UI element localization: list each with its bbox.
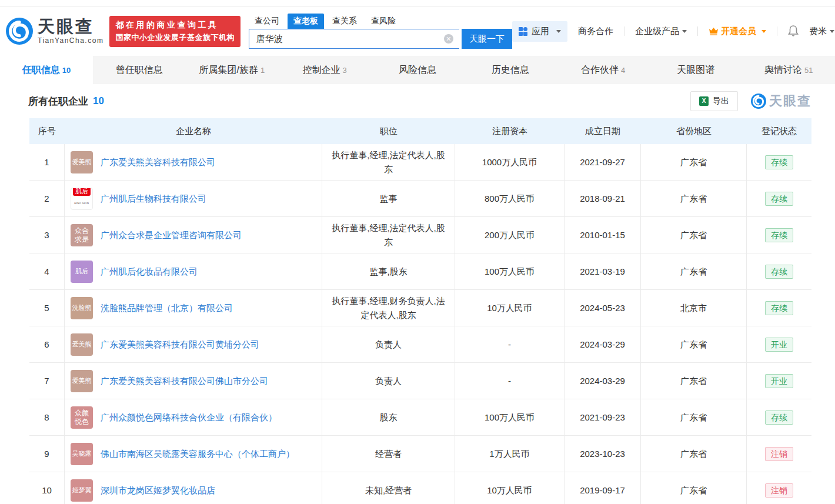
brand-domain: TianYanCha.com <box>38 36 103 45</box>
company-link[interactable]: 深圳市龙岗区姬梦翼化妆品店 <box>101 484 215 497</box>
column-header-注册资本: 注册资本 <box>455 126 565 137</box>
established-date-cell: 2021-09-27 <box>565 144 641 180</box>
divider <box>624 26 624 36</box>
province-cell: 广东省 <box>641 472 747 504</box>
status-cell: 注销 <box>747 436 811 472</box>
table-row: 8众颜悦色广州众颜悦色网络科技合伙企业（有限合伙）股东100万人民币2021-0… <box>29 399 811 436</box>
status-badge: 开业 <box>765 374 793 388</box>
search-button[interactable]: 天眼一下 <box>462 29 512 49</box>
established-date-cell: 2018-09-21 <box>565 181 641 216</box>
clear-search-icon[interactable]: ✕ <box>444 34 453 44</box>
capital-cell: 800万人民币 <box>455 181 565 216</box>
status-cell: 存续 <box>747 181 811 216</box>
tab-历史信息[interactable]: 历史信息 <box>464 56 557 84</box>
section-count: 10 <box>93 95 104 107</box>
user-menu[interactable]: 费米 <box>809 26 834 37</box>
tab-控制企业[interactable]: 控制企业3 <box>278 56 371 84</box>
position-cell: 未知,经营者 <box>322 472 455 504</box>
company-link[interactable]: 广州众合求是企业管理咨询有限公司 <box>101 229 242 242</box>
position-cell: 执行董事,经理,法定代表人,股东 <box>322 217 455 253</box>
crown-icon <box>709 27 719 35</box>
section-header: 所有任职企业 10 X 导出 天眼查 <box>0 84 835 118</box>
status-cell: 存续 <box>747 399 811 435</box>
nav-cooperation-link[interactable]: 商务合作 <box>578 26 613 37</box>
row-index: 8 <box>29 399 65 435</box>
tab-天眼图谱[interactable]: 天眼图谱 <box>649 56 742 84</box>
company-logo: 爱美熊 <box>71 370 93 392</box>
province-cell: 北京市 <box>641 290 747 326</box>
status-cell: 存续 <box>747 290 811 326</box>
vip-upgrade-link[interactable]: 开通会员 <box>709 26 766 37</box>
company-link[interactable]: 广东爱美熊美容科技有限公司 <box>101 156 215 169</box>
status-cell: 存续 <box>747 253 811 289</box>
table-header-row: 序号企业名称职位注册资本成立日期省份地区登记状态 <box>29 118 811 144</box>
logo-text: 求是 <box>75 235 89 244</box>
search-tab-查关系[interactable]: 查关系 <box>326 14 363 29</box>
company-link[interactable]: 洗脸熊品牌管理（北京）有限公司 <box>101 302 233 315</box>
table-row: 3众合求是广州众合求是企业管理咨询有限公司执行董事,经理,法定代表人,股东200… <box>29 217 811 253</box>
chevron-down-icon <box>761 30 766 33</box>
company-logo: 爱美熊 <box>71 151 93 173</box>
export-button[interactable]: X 导出 <box>690 91 738 111</box>
profile-tab-bar: 任职信息10曾任职信息所属集团/族群1控制企业3风险信息历史信息合作伙伴4天眼图… <box>0 56 835 84</box>
company-link[interactable]: 广东爱美熊美容科技有限公司佛山市分公司 <box>101 375 268 388</box>
search-tab-查风险[interactable]: 查风险 <box>365 14 402 29</box>
row-index: 5 <box>29 290 65 326</box>
tab-count: 51 <box>804 66 813 75</box>
position-cell: 经营者 <box>322 436 455 472</box>
province-cell: 广东省 <box>641 144 747 180</box>
apps-grid-icon <box>519 27 527 36</box>
nav-enterprise-link[interactable]: 企业级产品 <box>635 26 687 37</box>
logo-text: 姬梦翼 <box>72 486 92 495</box>
search-tab-查老板[interactable]: 查老板 <box>288 14 324 29</box>
company-cell: 肌后HINO SKIN广州肌后生物科技有限公司 <box>65 181 322 216</box>
tab-风险信息[interactable]: 风险信息 <box>371 56 464 84</box>
position-cell: 负责人 <box>322 326 455 362</box>
company-link[interactable]: 佛山市南海区吴晓露美容服务中心（个体工商户） <box>101 448 295 460</box>
table-row: 1爱美熊广东爱美熊美容科技有限公司执行董事,经理,法定代表人,股东1000万人民… <box>29 144 811 181</box>
row-index: 6 <box>29 326 65 362</box>
search-input[interactable] <box>249 29 459 49</box>
apps-menu-button[interactable]: 应用 <box>512 21 567 42</box>
company-link[interactable]: 广州肌后生物科技有限公司 <box>101 192 206 205</box>
tab-合作伙伴[interactable]: 合作伙伴4 <box>557 56 650 84</box>
site-logo[interactable]: 天眼查 TianYanCha.com <box>6 18 103 45</box>
positions-table: 序号企业名称职位注册资本成立日期省份地区登记状态 1爱美熊广东爱美熊美容科技有限… <box>29 118 811 504</box>
tab-任职信息[interactable]: 任职信息10 <box>0 56 93 84</box>
established-date-cell: 2024-05-23 <box>565 290 641 326</box>
tab-count: 1 <box>260 66 265 75</box>
search-tab-查公司[interactable]: 查公司 <box>249 14 285 29</box>
status-cell: 注销 <box>747 472 811 504</box>
company-logo: 洗脸熊 <box>71 297 93 319</box>
notification-bell-icon[interactable] <box>788 25 799 37</box>
company-logo: 姬梦翼 <box>71 479 93 502</box>
table-body: 1爱美熊广东爱美熊美容科技有限公司执行董事,经理,法定代表人,股东1000万人民… <box>29 144 811 504</box>
company-link[interactable]: 广东爱美熊美容科技有限公司黄埔分公司 <box>101 338 259 351</box>
tab-舆情讨论[interactable]: 舆情讨论51 <box>742 56 835 84</box>
status-badge: 存续 <box>765 410 793 425</box>
company-link[interactable]: 广州肌后化妆品有限公司 <box>101 265 198 278</box>
row-index: 7 <box>29 363 65 399</box>
logo-text: 爱美熊 <box>72 340 92 349</box>
logo-text: 爱美熊 <box>72 158 92 166</box>
table-row: 7爱美熊广东爱美熊美容科技有限公司佛山市分公司负责人-2024-03-29广东省… <box>29 363 811 399</box>
capital-cell: 100万人民币 <box>455 399 565 435</box>
tab-曾任职信息[interactable]: 曾任职信息 <box>93 56 186 84</box>
tab-count: 4 <box>621 66 625 75</box>
tab-count: 3 <box>343 66 347 75</box>
logo-text: 吴晓露 <box>72 449 92 458</box>
status-badge: 存续 <box>765 155 793 169</box>
province-cell: 广东省 <box>641 399 747 435</box>
status-badge: 存续 <box>765 228 793 242</box>
company-link[interactable]: 广州众颜悦色网络科技合伙企业（有限合伙） <box>101 411 277 424</box>
column-header-企业名称: 企业名称 <box>65 126 322 137</box>
company-cell: 洗脸熊洗脸熊品牌管理（北京）有限公司 <box>65 290 322 326</box>
tab-所属集团/族群[interactable]: 所属集团/族群1 <box>186 56 279 84</box>
header-nav: 应用 商务合作 企业级产品 开通会员 费米 <box>512 21 834 42</box>
chevron-down-icon <box>830 30 834 33</box>
tab-label: 天眼图谱 <box>677 64 714 76</box>
capital-cell: 10万人民币 <box>455 290 565 326</box>
capital-cell: 200万人民币 <box>455 217 565 253</box>
search-box: 查公司查老板查关系查风险 ✕ 天眼一下 <box>249 14 512 49</box>
logo-text: 洗脸熊 <box>72 303 92 312</box>
